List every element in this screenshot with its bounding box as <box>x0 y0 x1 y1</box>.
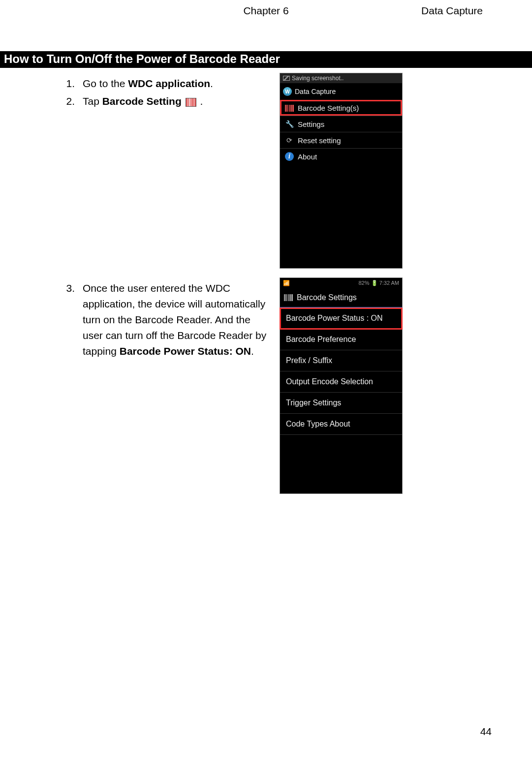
status-time: 7:32 AM <box>379 280 399 286</box>
list-item-prefix-suffix[interactable]: Prefix / Suffix <box>280 350 402 371</box>
page-number: 44 <box>480 726 492 737</box>
statusbar-text: Saving screenshot.. <box>292 75 344 82</box>
step-2-pre: Tap <box>83 95 102 107</box>
info-icon: i <box>285 152 294 161</box>
list-item-code-types-about[interactable]: Code Types About <box>280 414 402 435</box>
step-2-post: . <box>197 95 203 107</box>
list-item-power-status[interactable]: Barcode Power Status : ON <box>280 308 402 329</box>
refresh-icon: ⟳ <box>285 136 294 145</box>
menu-item-barcode-settings[interactable]: Barcode Setting(s) <box>280 100 402 116</box>
step-1-post: . <box>210 78 213 89</box>
menu-item-about[interactable]: i About <box>280 148 402 164</box>
barcode-icon <box>285 105 294 112</box>
screenshot-data-capture: Saving screenshot.. W Data Capture Barco… <box>280 73 403 269</box>
step-2: 2. Tap Barcode Setting . <box>64 93 268 109</box>
step-text: Once the user entered the WDC applicatio… <box>83 280 268 359</box>
image-icon <box>283 76 290 81</box>
list-item-output-encode[interactable]: Output Encode Selection <box>280 371 402 393</box>
wrench-icon: 🔧 <box>285 120 294 128</box>
menu-item-label: Settings <box>298 120 324 128</box>
step-1-pre: Go to the <box>83 78 128 89</box>
menu-item-reset[interactable]: ⟳ Reset setting <box>280 132 402 148</box>
battery-percent: 82% <box>358 280 369 286</box>
app-title-row: Barcode Settings <box>280 288 402 308</box>
step-number: 1. <box>64 76 75 92</box>
section-title: How to Turn On/Off the Power of Barcode … <box>0 51 532 68</box>
barcode-icon <box>186 98 196 107</box>
step-3-post: . <box>251 345 254 357</box>
step-2-bold: Barcode Setting <box>102 95 182 107</box>
menu-item-label: About <box>298 153 317 161</box>
barcode-icon <box>284 294 293 301</box>
android-statusbar: Saving screenshot.. <box>280 73 402 83</box>
step-text: Go to the WDC application. <box>83 76 268 92</box>
app-title: Data Capture <box>295 88 336 95</box>
screenshot-barcode-settings: 📶 82% 🔋 7:32 AM Barcode Settings Barcode… <box>280 277 403 494</box>
page-header: Chapter 6 Data Capture <box>51 5 484 17</box>
header-chapter: Chapter 6 <box>0 5 532 17</box>
step-text: Tap Barcode Setting . <box>83 93 268 109</box>
list-item-barcode-preference[interactable]: Barcode Preference <box>280 329 402 350</box>
step-number: 3. <box>64 280 75 359</box>
step-3: 3. Once the user entered the WDC applica… <box>64 280 268 359</box>
list-item-trigger-settings[interactable]: Trigger Settings <box>280 393 402 414</box>
step-3-bold: Barcode Power Status: ON <box>120 345 251 357</box>
wdc-icon: W <box>283 87 292 96</box>
app-title-row: W Data Capture <box>280 83 402 100</box>
menu-item-label: Barcode Setting(s) <box>298 104 359 112</box>
step-1: 1. Go to the WDC application. <box>64 76 268 92</box>
menu-item-label: Reset setting <box>298 136 341 145</box>
android-statusbar: 📶 82% 🔋 7:32 AM <box>280 278 402 288</box>
app-title: Barcode Settings <box>297 293 357 302</box>
step-1-bold: WDC application <box>128 78 210 89</box>
step-number: 2. <box>64 93 75 109</box>
menu-item-settings[interactable]: 🔧 Settings <box>280 116 402 132</box>
